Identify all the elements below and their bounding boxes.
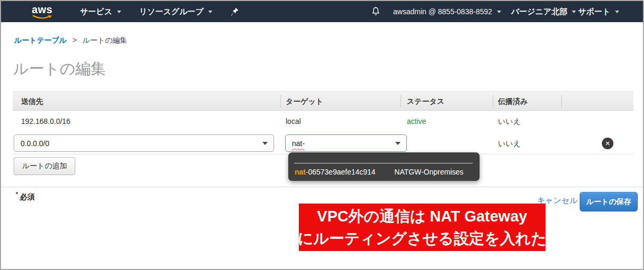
nav-account[interactable]: awsadmin @ 8855-0838-8592 bbox=[393, 1, 501, 22]
footer-divider bbox=[1, 187, 643, 187]
header-propagated: 伝播済み bbox=[498, 92, 528, 111]
chevron-down-icon bbox=[208, 11, 212, 13]
required-note: * 必須 bbox=[16, 191, 35, 202]
header-destination: 送信先 bbox=[21, 92, 43, 111]
table-row-edit: 0.0.0.0/0 nat- いいえ ✕ bbox=[13, 132, 633, 155]
close-icon: ✕ bbox=[605, 140, 610, 147]
header-status: ステータス bbox=[407, 92, 444, 111]
routes-table-header: 送信先 ターゲット ステータス 伝播済み bbox=[13, 91, 633, 111]
nat-gateway-id: 06573e9aefe14c914 bbox=[308, 168, 376, 176]
breadcrumb-route-tables-link[interactable]: ルートテーブル bbox=[14, 36, 67, 44]
nav-region[interactable]: バージニア北部 bbox=[511, 1, 576, 22]
add-route-button[interactable]: ルートの追加 bbox=[14, 157, 75, 175]
header-divider bbox=[493, 95, 493, 108]
nav-support-label: サポート bbox=[578, 7, 610, 17]
chevron-down-icon bbox=[572, 11, 576, 13]
dropdown-item-natgw[interactable]: nat-06573e9aefe14c914 NATGW-Onpremises bbox=[295, 165, 476, 179]
cell-target: local bbox=[286, 111, 301, 132]
nat-gateway-name: NATGW-Onpremises bbox=[394, 168, 463, 176]
header-divider bbox=[280, 95, 281, 108]
page-title: ルートの編集 bbox=[13, 59, 106, 80]
screenshot-frame: aws サービス リソースグループ awsa bbox=[0, 0, 644, 270]
cell-propagated: いいえ bbox=[498, 132, 521, 155]
cell-propagated: いいえ bbox=[498, 111, 521, 132]
destination-select[interactable]: 0.0.0.0/0 bbox=[14, 134, 274, 152]
breadcrumb-separator: > bbox=[73, 36, 77, 44]
aws-logo[interactable]: aws bbox=[31, 1, 54, 22]
annotation-line-2: にルーティングさせる設定を入れた bbox=[298, 227, 547, 249]
dropdown-separator bbox=[294, 163, 473, 163]
remove-route-button[interactable]: ✕ bbox=[602, 138, 613, 149]
header-divider bbox=[561, 95, 562, 108]
chevron-down-icon bbox=[497, 11, 501, 13]
breadcrumb: ルートテーブル > ルートの編集 bbox=[14, 36, 128, 45]
aws-navbar: aws サービス リソースグループ awsa bbox=[1, 1, 643, 22]
annotation-callout: VPC外の通信は NAT Gateway にルーティングさせる設定を入れた bbox=[299, 204, 545, 251]
pin-icon[interactable] bbox=[229, 1, 240, 22]
header-divider bbox=[401, 95, 401, 108]
annotation-line-1: VPC外の通信は NAT Gateway bbox=[317, 205, 528, 227]
chevron-down-icon bbox=[615, 11, 619, 13]
caret-down-icon bbox=[262, 142, 268, 145]
breadcrumb-current: ルートの編集 bbox=[83, 36, 128, 44]
nav-support[interactable]: サポート bbox=[578, 1, 619, 22]
nav-account-label: awsadmin @ 8855-0838-8592 bbox=[393, 7, 492, 16]
pin-glyph bbox=[231, 7, 239, 16]
nav-region-label: バージニア北部 bbox=[511, 7, 567, 17]
status-badge: active bbox=[407, 111, 426, 132]
caret-down-icon bbox=[395, 142, 401, 145]
required-asterisk: * bbox=[16, 191, 18, 197]
table-row-local: 192.168.0.0/16 local active いいえ bbox=[13, 111, 633, 132]
target-select-value: nat- bbox=[292, 139, 305, 148]
chevron-down-icon bbox=[117, 11, 121, 13]
match-prefix: nat- bbox=[295, 168, 308, 176]
destination-select-value: 0.0.0.0/0 bbox=[21, 139, 50, 148]
nav-services[interactable]: サービス bbox=[80, 1, 121, 22]
nav-resource-groups-label: リソースグループ bbox=[139, 7, 203, 17]
target-autocomplete-dropdown: nat-06573e9aefe14c914 NATGW-Onpremises bbox=[288, 152, 480, 181]
header-target: ターゲット bbox=[286, 92, 323, 111]
bell-icon[interactable] bbox=[370, 1, 382, 22]
nav-services-label: サービス bbox=[80, 7, 112, 17]
aws-smile-icon bbox=[31, 15, 54, 20]
target-select[interactable]: nat- bbox=[285, 134, 407, 152]
nav-resource-groups[interactable]: リソースグループ bbox=[139, 1, 212, 22]
cell-destination: 192.168.0.0/16 bbox=[21, 111, 70, 132]
aws-logo-text: aws bbox=[32, 4, 52, 16]
required-label: 必須 bbox=[20, 192, 35, 201]
bell-glyph bbox=[371, 6, 380, 17]
save-routes-button[interactable]: ルートの保存 bbox=[580, 192, 638, 211]
